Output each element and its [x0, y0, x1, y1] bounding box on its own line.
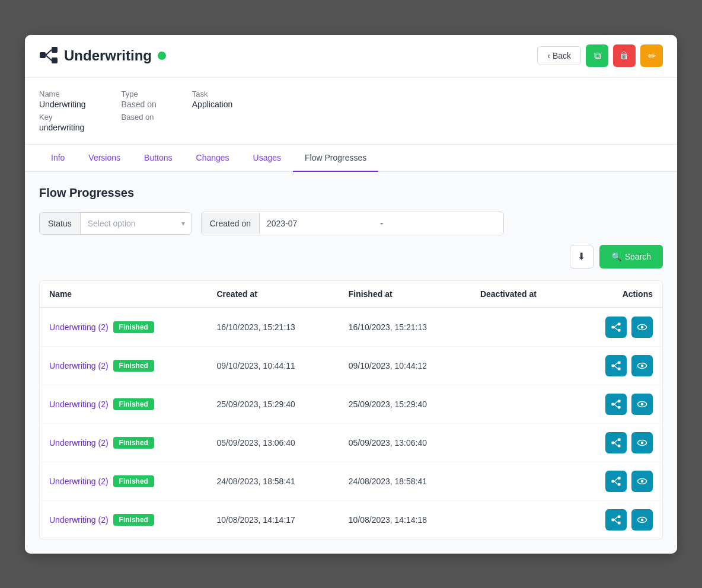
- cell-name-2: Underwriting (2) Finished: [40, 385, 208, 423]
- row-name-link-0[interactable]: Underwriting (2): [49, 322, 109, 332]
- svg-line-29: [614, 439, 618, 442]
- section-title: Flow Progresses: [39, 186, 663, 200]
- svg-line-8: [614, 324, 618, 327]
- view-button-1[interactable]: [631, 355, 653, 376]
- cell-actions-1: [573, 346, 662, 385]
- status-badge-1: Finished: [113, 360, 154, 372]
- download-button[interactable]: ⬇: [570, 245, 593, 269]
- main-content: Flow Progresses Status Select option ▾ C…: [25, 172, 677, 554]
- diagram-button-2[interactable]: [605, 394, 627, 415]
- svg-rect-2: [52, 57, 58, 63]
- cell-finished-3: 05/09/2023, 13:06:40: [339, 423, 471, 462]
- based-on-label: Based on: [122, 113, 157, 122]
- cell-deactivated-4: [471, 462, 573, 500]
- flow-progresses-table: Name Created at Finished at Deactivated …: [40, 281, 662, 539]
- table-row: Underwriting (2) Finished 09/10/2023, 10…: [40, 346, 662, 385]
- diagram-button-1[interactable]: [605, 355, 627, 376]
- status-label: Status: [40, 213, 81, 234]
- view-button-2[interactable]: [631, 394, 653, 415]
- table-container: Name Created at Finished at Deactivated …: [39, 280, 663, 539]
- svg-line-37: [614, 481, 618, 484]
- svg-rect-20: [618, 400, 621, 402]
- cell-created-0: 16/10/2023, 15:21:13: [208, 308, 339, 347]
- svg-rect-6: [618, 322, 621, 325]
- col-deactivated-at: Deactivated at: [471, 281, 573, 308]
- status-badge-2: Finished: [113, 398, 154, 410]
- cell-created-1: 09/10/2023, 10:44:11: [208, 346, 339, 385]
- svg-point-25: [641, 402, 644, 405]
- table-row: Underwriting (2) Finished 16/10/2023, 15…: [40, 308, 662, 347]
- back-button[interactable]: ‹ Back: [537, 46, 581, 65]
- tab-usages[interactable]: Usages: [241, 145, 293, 172]
- tab-buttons[interactable]: Buttons: [132, 145, 184, 172]
- cell-created-3: 05/09/2023, 13:06:40: [208, 423, 339, 462]
- svg-rect-27: [618, 438, 621, 441]
- row-name-link-3[interactable]: Underwriting (2): [49, 438, 109, 448]
- status-badge-3: Finished: [113, 437, 154, 449]
- svg-rect-28: [618, 445, 621, 448]
- delete-button[interactable]: 🗑: [613, 44, 636, 67]
- cell-actions-2: [573, 385, 662, 423]
- view-button-5[interactable]: [631, 509, 653, 531]
- header-actions: ‹ Back ⧉ 🗑 ✏: [537, 44, 663, 67]
- copy-icon: ⧉: [594, 50, 601, 61]
- table-row: Underwriting (2) Finished 25/09/2023, 15…: [40, 385, 662, 423]
- col-name: Name: [40, 281, 208, 308]
- key-label: Key: [39, 113, 86, 122]
- edit-button[interactable]: ✏: [640, 44, 663, 67]
- main-window: Underwriting ‹ Back ⧉ 🗑 ✏ Name Underwrit…: [25, 35, 677, 554]
- row-name-link-2[interactable]: Underwriting (2): [49, 400, 109, 409]
- task-value: Application: [192, 100, 233, 109]
- tab-flow-progresses[interactable]: Flow Progresses: [293, 145, 378, 172]
- cell-deactivated-2: [471, 385, 573, 423]
- search-button[interactable]: 🔍 Search: [599, 245, 663, 269]
- copy-button[interactable]: ⧉: [586, 44, 608, 67]
- svg-rect-19: [612, 402, 615, 405]
- search-label: Search: [625, 252, 651, 261]
- svg-rect-35: [618, 483, 621, 486]
- view-button-3[interactable]: [631, 432, 653, 453]
- date-end-input[interactable]: [385, 213, 503, 234]
- status-select[interactable]: Select option: [81, 213, 176, 234]
- cell-created-5: 10/08/2023, 14:14:17: [208, 500, 339, 539]
- table-row: Underwriting (2) Finished 05/09/2023, 13…: [40, 423, 662, 462]
- row-name-link-4[interactable]: Underwriting (2): [49, 477, 109, 486]
- cell-name-4: Underwriting (2) Finished: [40, 462, 208, 500]
- tab-changes[interactable]: Changes: [184, 145, 241, 172]
- date-separator: -: [378, 212, 385, 235]
- info-section: Name Underwriting Key underwriting Type …: [25, 78, 677, 145]
- cell-finished-5: 10/08/2023, 14:14:18: [339, 500, 471, 539]
- diagram-button-4[interactable]: [605, 471, 627, 492]
- table-header-row: Name Created at Finished at Deactivated …: [40, 281, 662, 308]
- date-filter: Created on -: [201, 212, 505, 235]
- row-name-link-1[interactable]: Underwriting (2): [49, 361, 109, 370]
- svg-point-32: [641, 441, 644, 444]
- info-task-group: Task Application: [192, 90, 233, 132]
- cell-deactivated-3: [471, 423, 573, 462]
- filters-row: Status Select option ▾ Created on -: [39, 212, 663, 235]
- tabs: Info Versions Buttons Changes Usages Flo…: [25, 145, 677, 172]
- svg-rect-14: [618, 368, 621, 370]
- cell-created-4: 24/08/2023, 18:58:41: [208, 462, 339, 500]
- tab-versions[interactable]: Versions: [76, 145, 132, 172]
- view-button-0[interactable]: [631, 317, 653, 338]
- svg-rect-12: [612, 364, 615, 367]
- svg-line-4: [46, 55, 52, 60]
- cell-actions-5: [573, 500, 662, 539]
- status-badge-0: Finished: [113, 321, 154, 333]
- svg-rect-1: [52, 47, 58, 53]
- date-start-input[interactable]: [260, 213, 378, 234]
- diagram-button-3[interactable]: [605, 432, 627, 453]
- svg-line-44: [614, 520, 618, 523]
- diagram-button-0[interactable]: [605, 317, 627, 338]
- tab-info[interactable]: Info: [39, 145, 76, 172]
- svg-point-18: [641, 364, 644, 367]
- cell-name-0: Underwriting (2) Finished: [40, 308, 208, 347]
- cell-deactivated-1: [471, 346, 573, 385]
- svg-line-15: [614, 362, 618, 365]
- cell-actions-0: [573, 308, 662, 347]
- row-name-link-5[interactable]: Underwriting (2): [49, 515, 109, 525]
- diagram-button-5[interactable]: [605, 509, 627, 531]
- type-label: Type: [122, 90, 157, 98]
- view-button-4[interactable]: [631, 471, 653, 492]
